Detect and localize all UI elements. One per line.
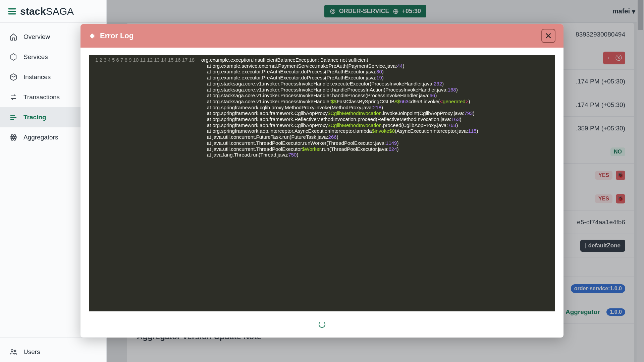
sidebar-item-label: Instances	[23, 73, 51, 81]
svg-point-7	[11, 350, 13, 352]
error-log-modal: Error Log ✕ 1 2 3 4 5 6 7 8 9 10 11 12 1…	[80, 24, 564, 338]
modal-header: Error Log ✕	[80, 24, 564, 48]
bug-icon	[89, 32, 96, 40]
cube-icon	[9, 73, 17, 81]
svg-point-8	[14, 350, 16, 352]
modal-close-button[interactable]: ✕	[541, 29, 555, 43]
sidebar-item-label: Users	[23, 348, 40, 356]
users-icon	[9, 348, 17, 356]
atom-icon	[9, 133, 17, 141]
svg-rect-0	[8, 8, 16, 9]
trace-icon	[9, 113, 17, 121]
close-icon: ✕	[545, 31, 552, 41]
svg-rect-1	[8, 11, 16, 12]
code-block: 1 2 3 4 5 6 7 8 9 10 11 12 13 14 15 16 1…	[89, 55, 555, 311]
modal-title-text: Error Log	[100, 32, 133, 40]
brand-area: stackSAGA	[0, 0, 106, 23]
logo-icon	[7, 7, 17, 16]
svg-point-3	[13, 137, 14, 138]
sidebar-item-label: Transactions	[23, 94, 60, 101]
logo-text-2: SAGA	[46, 6, 74, 17]
svg-rect-2	[8, 13, 16, 14]
hex-icon	[9, 53, 17, 61]
sidebar-item-label: Aggregators	[23, 134, 58, 141]
sidebar-item-label: Services	[23, 53, 48, 61]
modal-footer	[80, 311, 564, 338]
code-content[interactable]: org.example.exception.InsufficientBalanc…	[198, 55, 555, 311]
swap-icon	[9, 93, 17, 101]
sidebar-item-users[interactable]: Users	[0, 342, 106, 362]
loading-spinner-icon	[319, 321, 325, 328]
home-icon	[9, 33, 17, 41]
sidebar-item-label: Overview	[23, 33, 50, 41]
logo-text-1: stack	[20, 6, 46, 17]
line-gutter: 1 2 3 4 5 6 7 8 9 10 11 12 13 14 15 16 1…	[89, 55, 198, 311]
sidebar-item-label: Tracing	[23, 114, 46, 121]
logo: stackSAGA	[7, 6, 74, 17]
